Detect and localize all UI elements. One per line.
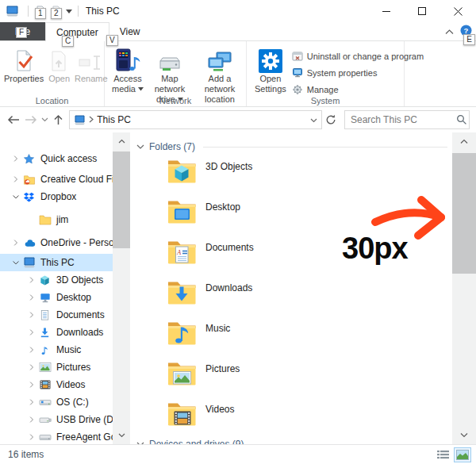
- downloads-icon: [39, 327, 52, 339]
- chevron-right-icon[interactable]: [27, 345, 37, 355]
- sidebar-item[interactable]: 3D Objects: [0, 271, 113, 289]
- chevron-right-icon[interactable]: [27, 432, 37, 442]
- sidebar-item[interactable]: Music: [0, 341, 113, 359]
- qat-customize-caret-icon[interactable]: [66, 10, 72, 13]
- recent-locations-button[interactable]: [40, 110, 50, 129]
- breadcrumb-location[interactable]: This PC: [97, 114, 131, 125]
- large-icons-view-button[interactable]: [454, 447, 471, 462]
- music-folder-icon: [165, 316, 198, 356]
- folder-item[interactable]: Pictures: [136, 356, 447, 397]
- chevron-right-icon[interactable]: [27, 328, 37, 337]
- address-bar[interactable]: This PC: [69, 110, 322, 129]
- svg-text:?: ?: [464, 26, 469, 35]
- folder-item[interactable]: A Documents: [136, 235, 447, 275]
- sidebar-item[interactable]: OS (C:): [0, 393, 113, 411]
- content-area: Quick access Creative Cloud Files Dropbo…: [0, 132, 476, 444]
- open-settings-button[interactable]: Open Settings: [252, 44, 289, 95]
- chevron-up-icon: [460, 139, 468, 144]
- address-dropdown-button[interactable]: [310, 114, 317, 125]
- refresh-button[interactable]: [322, 110, 340, 129]
- manage-label: Manage: [307, 85, 339, 94]
- chevron-right-icon[interactable]: [11, 238, 21, 247]
- back-button[interactable]: [5, 110, 22, 129]
- up-button[interactable]: [49, 110, 67, 129]
- scroll-up-button[interactable]: [452, 139, 476, 144]
- chevron-right-icon[interactable]: [27, 310, 37, 320]
- videos-icon: [39, 379, 52, 390]
- chevron-down-icon[interactable]: [11, 192, 21, 201]
- folder-item[interactable]: Music: [136, 316, 447, 356]
- chevron-right-icon[interactable]: [27, 275, 37, 285]
- chevron-right-icon[interactable]: [11, 154, 21, 163]
- open-settings-label-2: Settings: [255, 84, 286, 94]
- collapse-group-chevron-icon[interactable]: [136, 144, 144, 150]
- sidebar-item[interactable]: jim: [0, 211, 113, 228]
- details-view-button[interactable]: [434, 447, 451, 462]
- qat-new-folder-button[interactable]: 2: [48, 2, 64, 20]
- search-box[interactable]: [344, 110, 470, 129]
- ribbon-empty-space: [405, 41, 476, 106]
- titlebar: 1 2 This PC: [0, 0, 476, 22]
- main-scrollbar-thumb[interactable]: [452, 153, 476, 274]
- sidebar-item[interactable]: OneDrive - Persona: [0, 234, 113, 251]
- sidebar-item[interactable]: Desktop: [0, 289, 113, 306]
- map-network-drive-icon: [158, 44, 182, 73]
- sidebar-item-label: Music: [56, 344, 81, 355]
- this-pc-icon: [74, 115, 86, 125]
- minimize-button[interactable]: [369, 0, 405, 22]
- system-properties-icon: [292, 67, 303, 79]
- folder-item[interactable]: Downloads: [136, 275, 447, 316]
- thumbnail-view-icon: [456, 450, 469, 460]
- chevron-right-icon[interactable]: [27, 415, 37, 424]
- sidebar-item[interactable]: Documents: [0, 306, 113, 324]
- rename-label: Rename: [75, 74, 108, 83]
- sidebar-item-label: Creative Cloud Files: [40, 174, 113, 185]
- chevron-right-icon[interactable]: [27, 293, 37, 302]
- chevron-down-icon[interactable]: [11, 258, 21, 267]
- tab-computer[interactable]: Computer: [45, 22, 109, 41]
- collapse-group-chevron-icon[interactable]: [136, 442, 144, 445]
- folder-item[interactable]: Videos: [136, 397, 447, 437]
- scroll-down-button[interactable]: [452, 432, 476, 438]
- sidebar-scrollbar[interactable]: [113, 132, 130, 444]
- sidebar-item[interactable]: Pictures: [0, 359, 113, 376]
- sidebar-item[interactable]: Downloads: [0, 324, 113, 341]
- scroll-up-button[interactable]: [113, 139, 130, 144]
- sidebar-item[interactable]: FreeAgent GoFlex: [0, 428, 113, 444]
- chevron-right-icon[interactable]: [27, 362, 37, 372]
- keytip-help: E: [463, 34, 475, 45]
- open-button[interactable]: Open: [46, 44, 72, 85]
- chevron-right-icon[interactable]: [11, 174, 21, 184]
- folder-name: Documents: [205, 242, 254, 275]
- sidebar-item[interactable]: Dropbox: [0, 188, 113, 205]
- status-bar: 16 items: [0, 444, 476, 464]
- devices-group-header-clipped[interactable]: Devices and drives (9): [136, 437, 447, 444]
- sidebar-scrollbar-thumb[interactable]: [113, 151, 130, 248]
- sidebar-item[interactable]: USB Drive (D:): [0, 411, 113, 428]
- folder-item[interactable]: 3D Objects: [136, 154, 447, 194]
- item-count: 16 items: [8, 449, 44, 460]
- search-input[interactable]: [351, 114, 456, 125]
- properties-button[interactable]: Properties: [2, 44, 46, 85]
- sidebar-item[interactable]: Quick access: [0, 150, 113, 167]
- desktop-folder-icon: [165, 195, 198, 235]
- access-media-button[interactable]: Access media: [109, 44, 146, 95]
- collapse-ribbon-button[interactable]: [445, 26, 454, 37]
- maximize-button[interactable]: [405, 0, 440, 22]
- folders-group-header[interactable]: Folders (7): [136, 140, 447, 154]
- close-button[interactable]: [440, 0, 476, 22]
- sidebar-item[interactable]: This PC: [0, 254, 113, 271]
- chevron-right-icon[interactable]: [27, 397, 37, 407]
- refresh-icon: [325, 114, 336, 125]
- chevron-right-icon[interactable]: [27, 380, 37, 389]
- folder-item[interactable]: Desktop: [136, 194, 447, 235]
- search-icon[interactable]: [456, 114, 467, 125]
- sidebar-item[interactable]: Videos: [0, 376, 113, 393]
- breadcrumb-chevron-icon[interactable]: [89, 114, 94, 125]
- quick-access-star-icon: [23, 153, 36, 165]
- qat-properties-button[interactable]: 1: [33, 2, 48, 20]
- main-scrollbar[interactable]: [452, 132, 476, 444]
- sidebar-item[interactable]: Creative Cloud Files: [0, 171, 113, 188]
- forward-button[interactable]: [22, 110, 40, 129]
- scroll-down-button[interactable]: [113, 433, 130, 438]
